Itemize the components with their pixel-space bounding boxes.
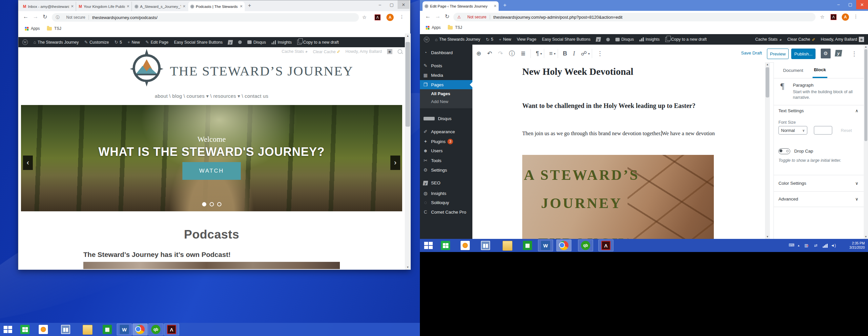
menu-plugins[interactable]: ✦Plugins3	[420, 137, 472, 146]
tab-close-icon[interactable]: ✕	[71, 4, 74, 8]
menu-pages-active[interactable]: ❐Pages	[420, 80, 472, 89]
tab-close-icon[interactable]: ✕	[494, 4, 497, 8]
adminbar-disqus[interactable]: Disqus	[615, 37, 634, 42]
editor-scrollbar[interactable]: ▲ ▼	[765, 62, 770, 239]
italic-icon[interactable]: I	[573, 50, 575, 57]
reload-icon[interactable]: ↻	[445, 13, 450, 20]
bookmark-apps[interactable]: Apps	[432, 25, 440, 30]
undo-icon[interactable]: ↶	[487, 50, 492, 57]
store-icon[interactable]	[441, 241, 450, 250]
slider-dot-1[interactable]	[202, 202, 206, 206]
back-icon[interactable]: ←	[23, 13, 29, 20]
bookmark-tsj-folder[interactable]: TSJ	[455, 25, 462, 30]
word-taskbar-button[interactable]: W	[117, 324, 132, 335]
adminbar-new[interactable]: +New	[499, 37, 512, 42]
quickbooks-taskbar-button[interactable]: qb	[148, 324, 163, 335]
menu-tools[interactable]: ✂Tools	[420, 156, 472, 165]
file-explorer-icon[interactable]	[502, 241, 513, 251]
tab-close-icon[interactable]: ✕	[183, 4, 186, 8]
adminbar-copy-draft[interactable]: Copy to a new draft	[297, 40, 339, 44]
menu-appearance[interactable]: ✐Appearance	[420, 127, 472, 136]
adminbar-updates[interactable]: ↻5	[486, 37, 493, 42]
forward-icon[interactable]: →	[435, 13, 440, 20]
profile-avatar[interactable]: A	[386, 14, 394, 21]
font-size-input[interactable]	[814, 126, 832, 134]
url-text[interactable]: thestewardsjourney.com/podcasts/	[92, 15, 157, 20]
scroll-down-icon[interactable]: ▼	[405, 266, 411, 269]
tab-close-icon[interactable]: ✕	[127, 4, 130, 8]
tab-publishing[interactable]: M Your Kingdom Life Publishing or ✕	[77, 2, 132, 11]
chevron-down-icon[interactable]: ∨	[855, 181, 859, 186]
movie-maker-icon[interactable]: ▮▮	[61, 325, 70, 334]
calculator-icon[interactable]: ▦	[523, 241, 532, 250]
post-image-block[interactable]: A STEWARD’S JOURNEY THROUGH	[522, 155, 714, 239]
site-title[interactable]: THE STEWARD’S JOURNEY	[170, 63, 353, 79]
photos-icon[interactable]	[39, 325, 48, 334]
chevron-down-icon[interactable]: ∨	[855, 196, 859, 202]
window-scrollbar[interactable]: ▲ ▼	[864, 44, 868, 239]
scroll-up-icon[interactable]: ▲	[765, 63, 770, 66]
scroll-up-icon[interactable]: ▲	[405, 34, 411, 37]
howdy-account[interactable]: Howdy, Amy Ballard☻	[821, 37, 864, 42]
post-heading-block[interactable]: Want to be challenged in the Holy Week l…	[522, 100, 706, 111]
scrollbar-thumb[interactable]	[405, 42, 410, 127]
chrome-taskbar-button[interactable]	[556, 240, 571, 251]
maximize-button[interactable]: ▢	[386, 0, 398, 9]
adminbar-insights[interactable]: Insights	[272, 40, 292, 44]
paragraph-block-icon[interactable]: ¶	[536, 50, 539, 57]
photos-icon[interactable]	[461, 241, 470, 250]
close-button[interactable]: ✕	[856, 0, 868, 9]
calculator-icon[interactable]: ▦	[103, 325, 112, 334]
folder-icon[interactable]	[47, 27, 52, 31]
link-icon[interactable]: ☍	[581, 50, 587, 57]
settings-gear-icon[interactable]: ⚙	[821, 49, 831, 58]
new-tab-button[interactable]: +	[248, 3, 251, 8]
tab-block[interactable]: Block	[812, 62, 827, 78]
forward-icon[interactable]: →	[33, 13, 38, 20]
usb-status-icon[interactable]: ⇄	[814, 243, 817, 248]
howdy-account[interactable]: Howdy, Amy Ballard	[345, 49, 382, 54]
store-icon[interactable]	[20, 325, 30, 334]
browser-menu-icon[interactable]: ⋮	[400, 14, 404, 19]
chevron-up-icon[interactable]: ∧	[855, 108, 859, 113]
apps-grid-icon[interactable]	[25, 27, 29, 31]
start-button[interactable]	[3, 325, 12, 334]
menu-dashboard[interactable]: ◔Dashboard	[420, 48, 472, 57]
site-logo-compass[interactable]	[127, 49, 167, 87]
reload-icon[interactable]: ↻	[43, 13, 47, 20]
bookmark-star-icon[interactable]: ☆	[820, 14, 825, 20]
adminbar-ess[interactable]: Easy Social Share Buttons	[542, 37, 590, 42]
restore-button[interactable]: ▢	[844, 0, 856, 8]
browser-menu-icon[interactable]: ⋮	[854, 14, 858, 19]
menu-insights[interactable]: ◍Insights	[420, 189, 472, 197]
drop-cap-toggle[interactable]	[778, 148, 790, 154]
acrobat-extension-icon[interactable]: Λ	[831, 14, 837, 20]
preview-button[interactable]: Preview	[767, 49, 788, 59]
site-nav[interactable]: about \ blog \ courses ▾ \ resources ▾ \…	[19, 93, 405, 99]
adminbar-ess[interactable]: Easy Social Share Buttons	[174, 40, 222, 44]
adminbar-site-name[interactable]: ⌂The Stewards Journey	[435, 37, 480, 42]
scrollbar-thumb[interactable]	[864, 49, 867, 141]
file-explorer-icon[interactable]	[83, 325, 93, 335]
adminbar-customize[interactable]: ✎Customize	[84, 40, 109, 44]
menu-users[interactable]: ☻Users	[420, 146, 472, 155]
acrobat-taskbar-button[interactable]: Λ	[164, 324, 179, 335]
wp-logo-icon[interactable]: W	[424, 37, 429, 42]
scroll-down-icon[interactable]: ▼	[864, 235, 868, 238]
network-signal-icon[interactable]	[823, 244, 828, 248]
bookmark-star-icon[interactable]: ☆	[362, 14, 366, 20]
font-size-select[interactable]: Normal∨	[778, 126, 807, 134]
advanced-header[interactable]: Advanced	[778, 196, 798, 202]
post-title[interactable]: New Holy Week Devotional	[522, 66, 732, 77]
url-text[interactable]: thestewardsjourney.com/wp-admin/post.php…	[493, 15, 623, 20]
touch-keyboard-icon[interactable]: ⌨	[788, 243, 794, 247]
minimize-button[interactable]: –	[374, 0, 386, 9]
acrobat-extension-icon[interactable]: Λ	[375, 14, 380, 20]
yoast-icon[interactable]: y	[596, 37, 601, 42]
reset-button[interactable]: Reset	[841, 128, 852, 133]
publish-button[interactable]: Publish...	[791, 49, 815, 59]
menu-comet-cache[interactable]: CComet Cache Pro	[420, 208, 472, 216]
adminbar-updates[interactable]: ↻5	[115, 40, 122, 44]
tab-document[interactable]: Document	[783, 62, 803, 78]
editor-canvas[interactable]: New Holy Week Devotional Want to be chal…	[472, 62, 765, 239]
